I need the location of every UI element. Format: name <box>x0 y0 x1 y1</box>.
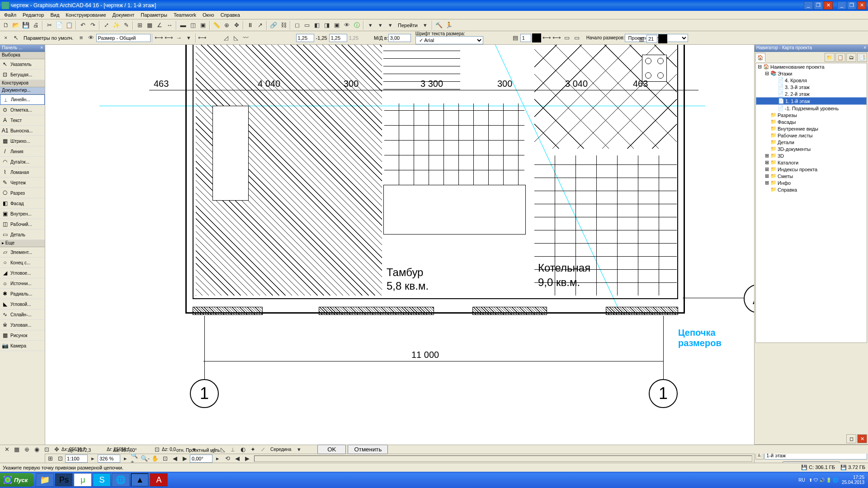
goto-dropdown-icon[interactable]: ▾ <box>420 20 430 30</box>
tool-[interactable]: ○Конец с... <box>0 258 45 268</box>
copy-icon[interactable]: 📄 <box>54 20 64 30</box>
tool-[interactable]: /Линия <box>0 146 45 157</box>
nav-tab-2-icon[interactable]: 📁 <box>825 53 835 62</box>
eye2-icon[interactable]: 👁 <box>86 33 96 43</box>
tree-etazhi[interactable]: ⊟📚Этажи <box>756 70 867 77</box>
nav-tab-5-icon[interactable]: 📑 <box>857 53 867 62</box>
tree-node[interactable]: ⊞📁Сметы <box>756 173 867 179</box>
dim-icon[interactable]: ↔ <box>165 20 175 30</box>
drag-icon[interactable]: ✥ <box>231 20 241 30</box>
vb8-icon[interactable]: ▶ <box>242 454 252 464</box>
cb-m5-icon[interactable]: ✦ <box>248 445 258 455</box>
tree-floor[interactable]: 📄4. Кровля <box>756 77 867 84</box>
pan-icon[interactable]: ✋ <box>150 454 160 464</box>
print-icon[interactable]: 🖨 <box>31 20 41 30</box>
tool-[interactable]: ◢Угловое... <box>0 268 45 278</box>
tool-[interactable]: ◫Рабочий... <box>0 219 45 230</box>
layer-icon[interactable]: ≡ <box>76 33 86 43</box>
tree-node[interactable]: ⊞📁Индексы проекта <box>756 166 867 173</box>
cb-xy-icon[interactable]: ✥ <box>52 445 61 455</box>
view2-icon[interactable]: ▭ <box>302 20 312 30</box>
nav-mini2-icon[interactable]: ✕ <box>857 434 867 443</box>
wall-icon[interactable]: ▬ <box>178 20 188 30</box>
dim-mode2-icon[interactable]: ⟷ <box>164 33 174 43</box>
cat-dokum[interactable]: Документир... <box>0 87 45 94</box>
tool-[interactable]: 📷Камера <box>0 341 45 351</box>
mode1-icon[interactable]: ◫ <box>188 20 198 30</box>
tree-node[interactable]: ⊞📁3D <box>756 152 867 159</box>
tool-[interactable]: ⊡Бегущая... <box>0 70 45 80</box>
scale-input[interactable] <box>388 34 411 42</box>
vb2-icon[interactable]: ⊡ <box>55 454 65 464</box>
drawing-canvas[interactable]: Тамбур 5,8 кв.м. Котельная 9,0 кв.м. 463… <box>45 45 754 472</box>
menu-construct[interactable]: Конструирование <box>62 11 109 19</box>
tool-[interactable]: ⊙Отметка... <box>0 105 45 115</box>
nav-tab-4-icon[interactable]: 🗂 <box>846 53 856 62</box>
zoom-display[interactable] <box>98 455 120 463</box>
tool-[interactable]: ◣Угловой... <box>0 299 45 310</box>
link2-icon[interactable]: ⛓ <box>278 20 288 30</box>
dim-mode3-icon[interactable]: → <box>174 33 184 43</box>
tool-[interactable]: ✱Радиаль... <box>0 289 45 299</box>
task-ps[interactable]: Ps <box>55 473 73 487</box>
menu-editor[interactable]: Редактор <box>19 11 47 19</box>
run-icon[interactable]: 🏃 <box>444 20 454 30</box>
navigator-close-icon[interactable]: × <box>863 45 866 52</box>
paste-icon[interactable]: 📋 <box>64 20 74 30</box>
clock-date[interactable]: 25.04.2013 <box>842 480 864 485</box>
view4-icon[interactable]: ◨ <box>322 20 332 30</box>
tree-floor[interactable]: 📄1. 1-й этаж <box>756 97 867 105</box>
minimize-button[interactable]: _ <box>804 1 813 9</box>
measure-icon[interactable]: 📏 <box>212 20 222 30</box>
cb2-icon[interactable]: ⊕ <box>22 445 32 455</box>
start-button[interactable]: Пуск <box>0 473 34 487</box>
tool-[interactable]: ⌇Ломаная <box>0 167 45 178</box>
menu-file[interactable]: Файл <box>1 11 19 19</box>
tray-icons[interactable]: ⬆ 🛡 🔊 🔋 🌐 <box>809 478 838 483</box>
view5-icon[interactable]: ▣ <box>332 20 342 30</box>
menu-help[interactable]: Справка <box>217 11 243 19</box>
cut-icon[interactable]: ✂ <box>44 20 54 30</box>
tree-node[interactable]: ⊞📁Каталоги <box>756 159 867 166</box>
cancel-button[interactable]: Отменить <box>348 445 388 454</box>
angle-display[interactable] <box>190 455 212 463</box>
menu-document[interactable]: Документ <box>109 11 138 19</box>
corner2-icon[interactable]: ◺ <box>231 33 241 43</box>
task-skype[interactable]: S <box>93 473 111 487</box>
tool-[interactable]: AТекст <box>0 115 45 126</box>
htype3-icon[interactable]: ▭ <box>562 33 572 43</box>
opt3-icon[interactable]: ▾ <box>385 20 395 30</box>
vb5-icon[interactable]: ▸ <box>212 454 222 464</box>
cat-konstr[interactable]: Конструиров <box>0 80 45 87</box>
task-utorrent[interactable]: μ <box>74 473 92 487</box>
view1-icon[interactable]: ◻ <box>292 20 302 30</box>
zoomin-icon[interactable]: 🔍+ <box>130 454 140 464</box>
tree-node[interactable]: ⊞📁Инфо <box>756 179 867 186</box>
ok-button[interactable]: OK <box>317 445 346 454</box>
help-icon[interactable]: ⓘ <box>352 20 362 30</box>
tool-[interactable]: ☼Источни... <box>0 278 45 289</box>
dim-mode4-icon[interactable]: ▾ <box>184 33 194 43</box>
arrow-icon[interactable]: ↗ <box>255 20 265 30</box>
arrow-tool-icon[interactable]: ↖ <box>11 33 21 43</box>
cb-m6-icon[interactable]: ⟋ <box>258 445 268 455</box>
snap-icon[interactable]: ⊞ <box>135 20 145 30</box>
doc-restore-button[interactable]: ❐ <box>847 1 856 9</box>
cb4-icon[interactable]: ⊡ <box>42 445 52 455</box>
font-select[interactable]: ✓ Arial <box>415 36 483 44</box>
hammer-icon[interactable]: 🔨 <box>434 20 444 30</box>
tool-[interactable]: ↖Указатель <box>0 59 45 70</box>
cb3-icon[interactable]: ◉ <box>32 445 42 455</box>
tree-floor[interactable]: 📄-1. Подземный уровень <box>756 105 867 112</box>
cb-m3-icon[interactable]: ⟂ <box>228 445 238 455</box>
open-icon[interactable]: 📂 <box>11 20 21 30</box>
cb-x-icon[interactable]: ✕ <box>2 445 12 455</box>
tree-node[interactable]: 📁Фасады <box>756 118 867 125</box>
next-icon[interactable]: ▶ <box>180 454 190 464</box>
toolbox-close-icon[interactable]: × <box>40 45 43 52</box>
edit-icon[interactable]: ✎ <box>121 20 131 30</box>
tree-root[interactable]: ⊟🏠Наименование проекта <box>756 63 867 70</box>
view3-icon[interactable]: ◧ <box>312 20 322 30</box>
params-default-label[interactable]: Параметры по умолч. <box>21 34 76 42</box>
lang-indicator[interactable]: RU <box>798 478 805 483</box>
